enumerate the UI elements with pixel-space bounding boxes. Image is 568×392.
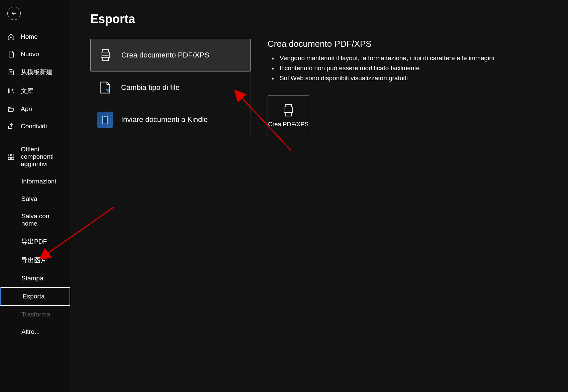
- content-row: Crea documento PDF/XPS Cambia tipo di fi…: [90, 39, 548, 137]
- main-content: Esporta Crea documento PDF/XPS: [70, 0, 568, 392]
- option-label-kindle: Inviare documenti a Kindle: [121, 115, 208, 124]
- details-list: Vengono mantenuti il layout, la formatta…: [268, 53, 548, 83]
- change-file-type-icon: [97, 80, 113, 96]
- create-pdf-xps-button[interactable]: Crea PDF/XPS: [268, 95, 309, 137]
- option-label-changetype: Cambia tipo di file: [121, 83, 180, 92]
- sidebar-item-transform[interactable]: Trasforma: [0, 306, 70, 323]
- arrow-left-icon: [11, 10, 17, 16]
- sidebar-label-export: Esporta: [23, 293, 44, 300]
- sidebar-item-info[interactable]: Informazioni: [0, 173, 70, 190]
- sidebar-label-exportimg: 导出图片: [21, 256, 47, 265]
- sidebar-label-addins: Ottieni componenti aggiuntivi: [21, 146, 63, 168]
- folder-open-icon: [7, 105, 15, 113]
- share-icon: [7, 123, 15, 130]
- sidebar-label-exportpdf: 导出PDF: [21, 237, 47, 246]
- sidebar-divider: [10, 138, 60, 138]
- sidebar-item-exportpdf[interactable]: 导出PDF: [0, 232, 70, 251]
- sidebar-item-addins[interactable]: Ottieni componenti aggiuntivi: [0, 141, 70, 173]
- template-icon: [7, 69, 15, 76]
- action-button-label: Crea PDF/XPS: [268, 121, 308, 128]
- option-change-file-type[interactable]: Cambia tipo di file: [90, 72, 251, 104]
- sidebar-item-share[interactable]: Condividi: [0, 118, 70, 135]
- sidebar-label-saveas: Salva con nome: [21, 213, 63, 227]
- library-icon: [7, 87, 15, 95]
- sidebar-label-share: Condividi: [21, 123, 47, 130]
- sidebar-label-transform: Trasforma: [21, 311, 50, 318]
- details-bullet: Vengono mantenuti il layout, la formatta…: [268, 53, 548, 63]
- sidebar-item-saveas[interactable]: Salva con nome: [0, 208, 70, 232]
- details-bullet: Il contenuto non può essere modificato f…: [268, 63, 548, 73]
- details-heading: Crea documento PDF/XPS: [268, 39, 548, 49]
- sidebar-item-save[interactable]: Salva: [0, 190, 70, 208]
- sidebar-item-open[interactable]: Apri: [0, 100, 70, 118]
- sidebar-label-print: Stampa: [21, 275, 43, 282]
- sidebar-item-home[interactable]: Home: [0, 28, 70, 45]
- back-button[interactable]: [7, 7, 21, 20]
- sidebar-label-new: Nuovo: [21, 50, 39, 58]
- svg-rect-3: [12, 157, 14, 159]
- svg-rect-2: [8, 157, 10, 159]
- printer-pdf-icon: [281, 104, 296, 117]
- addins-icon: [7, 153, 15, 160]
- sidebar-item-print[interactable]: Stampa: [0, 270, 70, 287]
- details-bullet: Sul Web sono disponibili visualizzatori …: [268, 73, 548, 83]
- sidebar-label-library: 文库: [21, 87, 33, 95]
- home-icon: [7, 33, 15, 40]
- sidebar-label-home: Home: [21, 33, 38, 40]
- sidebar-label-info: Informazioni: [21, 178, 56, 185]
- option-create-pdf-xps[interactable]: Crea documento PDF/XPS: [90, 39, 251, 72]
- printer-pdf-icon: [97, 47, 113, 63]
- sidebar-item-exportimg[interactable]: 导出图片: [0, 251, 70, 270]
- kindle-icon: [97, 112, 113, 128]
- sidebar-item-template[interactable]: 从模板新建: [0, 63, 70, 82]
- svg-rect-1: [12, 154, 14, 156]
- export-options-column: Crea documento PDF/XPS Cambia tipo di fi…: [90, 39, 251, 137]
- export-details-column: Crea documento PDF/XPS Vengono mantenuti…: [268, 39, 548, 137]
- option-label-pdfxps: Crea documento PDF/XPS: [121, 51, 209, 59]
- sidebar-item-more[interactable]: Altro...: [0, 323, 70, 341]
- sidebar-item-new[interactable]: Nuovo: [0, 45, 70, 63]
- sidebar-label-open: Apri: [21, 105, 32, 113]
- sidebar-item-library[interactable]: 文库: [0, 82, 70, 100]
- option-send-to-kindle[interactable]: Inviare documenti a Kindle: [90, 104, 251, 136]
- svg-rect-0: [8, 154, 10, 156]
- sidebar-item-export[interactable]: Esporta: [0, 287, 70, 306]
- new-file-icon: [7, 50, 15, 58]
- sidebar-label-template: 从模板新建: [21, 68, 53, 77]
- sidebar-label-more: Altro...: [21, 328, 40, 336]
- sidebar-label-save: Salva: [21, 195, 37, 203]
- page-title: Esporta: [90, 12, 548, 26]
- sidebar: Home Nuovo 从模板新建 文库 Apri Condividi: [0, 0, 70, 392]
